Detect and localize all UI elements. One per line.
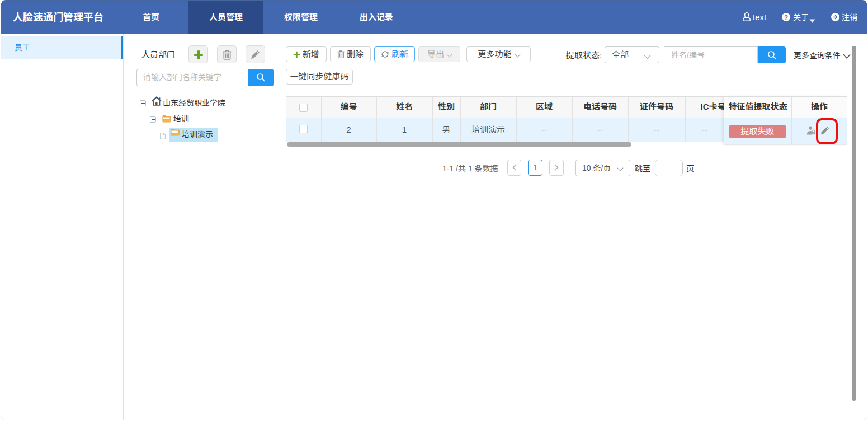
svg-text:?: ? [784,14,788,21]
